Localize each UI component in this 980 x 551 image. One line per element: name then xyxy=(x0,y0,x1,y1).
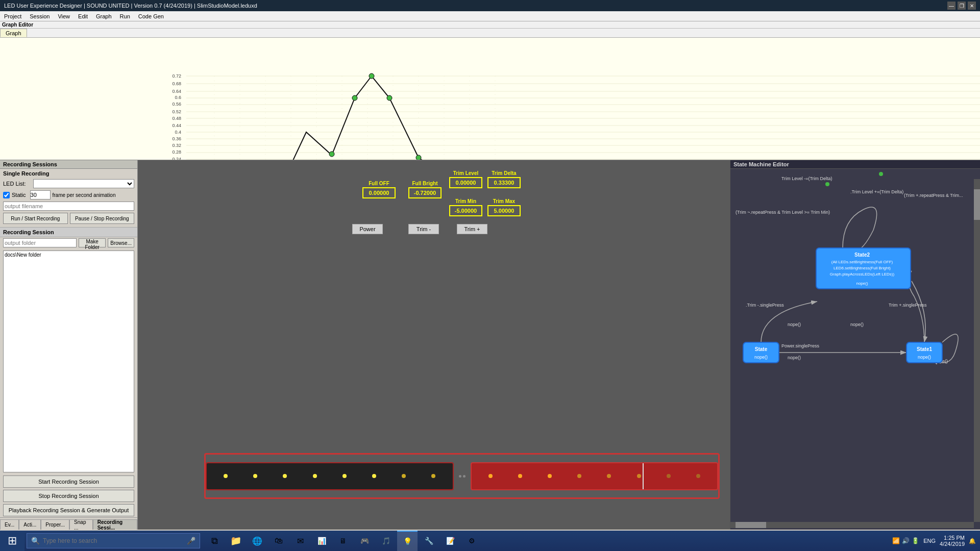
svg-text:nope(): nope() xyxy=(788,355,801,360)
date-display: 4/24/2019 xyxy=(940,541,965,547)
svg-rect-80 xyxy=(743,342,779,363)
taskbar: ⊞ 🔍 🎤 ⧉ 📁 🌐 🛍 ✉ 📊 🖥 🎮 🎵 💡 🔧 📝 ⚙ 📶 🔊 🔋 EN… xyxy=(0,531,980,551)
menu-view[interactable]: View xyxy=(54,11,74,21)
trim-level-input[interactable] xyxy=(449,177,482,188)
trim-plus-btn[interactable]: Trim + xyxy=(457,224,487,234)
led-list-select[interactable] xyxy=(33,179,134,188)
led-list-row: LED List: xyxy=(0,178,137,189)
output-folder-input[interactable] xyxy=(3,238,77,247)
start-recording-session-btn[interactable]: Start Recording Session xyxy=(3,475,134,488)
stop-recording-session-btn[interactable]: Stop Recording Session xyxy=(3,490,134,502)
graph-area: 0.72 0.68 0.64 0.6 0.56 0.52 0.48 0.44 0… xyxy=(0,38,980,160)
app9-btn[interactable]: 🔧 xyxy=(419,531,439,551)
pause-stop-recording-btn[interactable]: Pause / Stop Recording xyxy=(70,213,135,224)
sys-tray: 📶 🔊 🔋 xyxy=(892,537,919,544)
static-checkbox[interactable] xyxy=(3,192,10,198)
full-bright-input[interactable] xyxy=(408,187,442,198)
led-dot xyxy=(577,474,581,478)
full-off-input[interactable] xyxy=(362,187,396,198)
state-machine-header: State Machine Editor xyxy=(730,160,980,169)
led-strip-2 xyxy=(471,462,719,490)
svg-text:0.48: 0.48 xyxy=(172,116,181,121)
svg-text:0.44: 0.44 xyxy=(172,123,181,128)
led-dot xyxy=(402,474,406,478)
led-dot xyxy=(431,474,435,478)
single-recording-label: Single Recording xyxy=(0,169,137,178)
tab-snap[interactable]: Snap ... xyxy=(69,519,93,530)
app6-btn[interactable]: 🖥 xyxy=(333,531,353,551)
edge-btn[interactable]: 🌐 xyxy=(247,531,267,551)
app7-btn[interactable]: 🎮 xyxy=(354,531,375,551)
run-start-recording-btn[interactable]: Run / Start Recording xyxy=(3,213,68,224)
svg-text:nope(): nope() xyxy=(754,355,768,360)
power-btn[interactable]: Power xyxy=(352,224,383,234)
led-connector xyxy=(459,475,465,478)
close-btn[interactable]: ✕ xyxy=(968,2,976,10)
trim-max-control: Trim Max xyxy=(487,198,521,216)
state-machine-hscroll[interactable] xyxy=(730,522,974,528)
menu-codegen[interactable]: Code Gen xyxy=(134,11,168,21)
start-button[interactable]: ⊞ xyxy=(0,531,24,551)
trim-minus-btn[interactable]: Trim - xyxy=(408,224,439,234)
graph-tab[interactable]: Graph xyxy=(0,29,27,37)
notification-icon[interactable]: 🔔 xyxy=(969,538,976,544)
file-explorer-btn[interactable]: 📁 xyxy=(226,531,246,551)
led-dot xyxy=(224,474,228,478)
output-filename-input[interactable] xyxy=(3,202,134,211)
store-btn[interactable]: 🛍 xyxy=(268,531,289,551)
state-machine-canvas: Trim Level -=(Trim Delta) .Trim Level +=… xyxy=(730,169,980,528)
task-view-btn[interactable]: ⧉ xyxy=(204,531,225,551)
titlebar-controls[interactable]: — ❐ ✕ xyxy=(947,2,976,10)
led-dot xyxy=(607,474,611,478)
mail-btn[interactable]: ✉ xyxy=(290,531,310,551)
svg-text:nope(): nope() xyxy=(850,322,864,327)
search-input[interactable] xyxy=(43,537,184,544)
svg-text:0.36: 0.36 xyxy=(172,136,181,141)
led-dot xyxy=(253,474,257,478)
menu-run[interactable]: Run xyxy=(116,11,134,21)
trim-delta-control: Trim Delta xyxy=(487,170,521,188)
svg-text:(Trim ~.repeatPress & Trim Lev: (Trim ~.repeatPress & Trim Level >= Trim… xyxy=(736,210,830,215)
svg-point-56 xyxy=(416,155,421,160)
tab-events[interactable]: Ev... xyxy=(0,519,19,530)
bottom-tabs: Ev... Acti... Proper... Snap ... Recordi… xyxy=(0,517,137,530)
svg-rect-83 xyxy=(906,342,942,363)
fps-input[interactable] xyxy=(30,190,51,199)
tab-recording-session[interactable]: Recording Sessi... xyxy=(93,519,137,530)
svg-text:nope(): nope() xyxy=(918,355,931,360)
maximize-btn[interactable]: ❐ xyxy=(958,2,966,10)
svg-text:State2: State2 xyxy=(854,252,870,258)
svg-text:Graph.playAcrossLEDs(Left LEDs: Graph.playAcrossLEDs(Left LEDs)) xyxy=(830,272,895,277)
state-machine-panel: State Machine Editor Trim Level -=(Trim … xyxy=(730,160,980,530)
svg-text:0.72: 0.72 xyxy=(172,73,181,79)
trim-min-input[interactable] xyxy=(449,205,482,216)
tab-properties[interactable]: Proper... xyxy=(41,519,69,530)
folder-text-area: docs\New folder xyxy=(3,251,134,472)
app10-btn[interactable]: 📝 xyxy=(440,531,460,551)
led-dot xyxy=(696,474,700,478)
menu-session[interactable]: Session xyxy=(26,11,54,21)
playback-recording-btn[interactable]: Playback Recording Session & Generate Ou… xyxy=(3,504,134,516)
svg-point-53 xyxy=(352,95,357,101)
svg-text:0.56: 0.56 xyxy=(172,102,181,107)
state-machine-vscroll[interactable] xyxy=(974,179,980,522)
search-bar[interactable]: 🔍 🎤 xyxy=(27,533,200,548)
trim-delta-input[interactable] xyxy=(487,177,521,188)
menu-edit[interactable]: Edit xyxy=(74,11,92,21)
graph-editor-label: Graph Editor xyxy=(0,21,980,29)
svg-text:nope(): nope() xyxy=(856,281,868,286)
minimize-btn[interactable]: — xyxy=(947,2,955,10)
app11-btn[interactable]: ⚙ xyxy=(461,531,482,551)
app8-btn[interactable]: 🎵 xyxy=(376,531,396,551)
app5-btn[interactable]: 📊 xyxy=(311,531,332,551)
menu-project[interactable]: Project xyxy=(0,11,26,21)
browse-btn[interactable]: Browse... xyxy=(108,238,134,247)
clock: 1:25 PM 4/24/2019 xyxy=(940,535,965,547)
output-filename-row xyxy=(0,201,137,212)
time-display: 1:25 PM xyxy=(940,535,965,541)
make-folder-btn[interactable]: Make Folder xyxy=(79,238,106,247)
led-app-btn[interactable]: 💡 xyxy=(397,531,418,551)
trim-max-input[interactable] xyxy=(487,205,521,216)
tab-actions[interactable]: Acti... xyxy=(19,519,41,530)
menu-graph[interactable]: Graph xyxy=(92,11,116,21)
